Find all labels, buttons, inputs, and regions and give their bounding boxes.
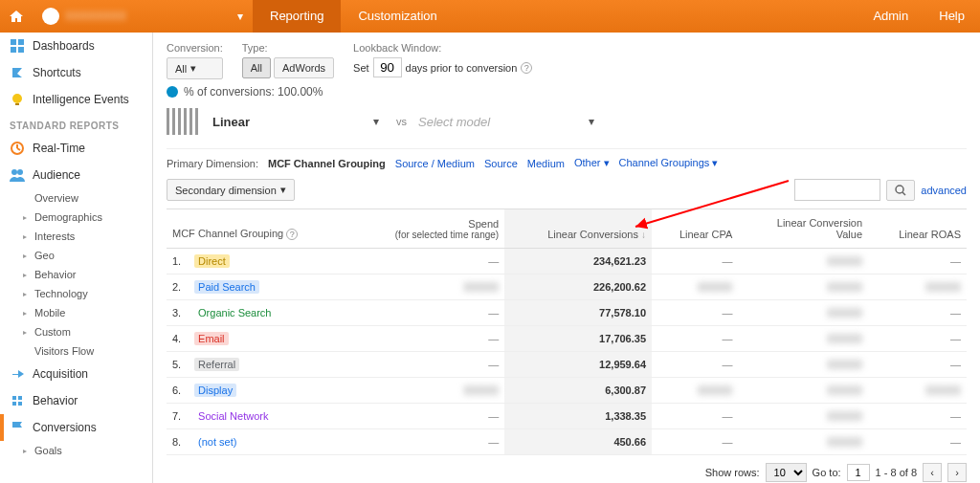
search-input[interactable] [794,179,880,201]
redacted-value: 000000 [698,281,733,293]
sidebar-sub-overview[interactable]: Overview [0,188,152,208]
cell-value: 12,959.64 [599,359,646,370]
sidebar-item-behavior[interactable]: Behavior [0,387,152,414]
sidebar-item-dashboards[interactable]: Dashboards [0,33,152,59]
rows-select[interactable]: 10 [766,463,807,482]
type-adwords-button[interactable]: AdWords [274,57,334,78]
help-icon[interactable]: ? [286,229,298,240]
channel-chip[interactable]: Paid Search [194,280,259,294]
home-button[interactable] [0,0,33,33]
chevron-right-icon: ▸ [23,309,31,318]
sidebar-item-realtime[interactable]: Real-Time [0,135,152,162]
empty-value: — [950,436,961,448]
col-roas[interactable]: Linear ROAS [868,209,967,249]
lookback-input[interactable] [373,57,402,77]
sidebar-label: Audience [33,168,80,182]
redacted-value: 000000 [827,436,862,448]
sidebar-sub-custom[interactable]: ▸Custom [0,322,152,341]
redacted-value: 000000 [827,384,862,396]
next-page-button[interactable]: › [947,463,967,482]
redacted-value: 000000 [827,255,862,267]
flag-icon [10,420,25,435]
sidebar-item-conversions[interactable]: Conversions [0,414,152,441]
redacted-value: 000000 [463,281,499,293]
sidebar-sub-label: Interests [34,231,75,242]
row-index: 2. [172,281,191,293]
empty-value: — [722,255,732,267]
chevron-right-icon: ▸ [23,328,31,337]
empty-value: — [488,333,499,344]
redacted-value: 000000 [827,307,862,318]
clock-icon [10,141,25,156]
search-button[interactable] [886,180,915,201]
dimension-link[interactable]: Medium [527,158,565,169]
col-cpa[interactable]: Linear CPA [652,209,738,249]
conversion-select[interactable]: All ▾ [167,57,223,79]
empty-value: — [722,307,732,318]
secondary-dimension-select[interactable]: Secondary dimension ▾ [167,179,295,201]
svg-rect-0 [11,39,16,45]
model-selected: Linear [212,115,356,129]
sidebar-sub-label: Technology [34,288,88,299]
admin-link[interactable]: Admin [858,0,924,33]
empty-value: — [722,359,732,370]
advanced-link[interactable]: advanced [921,185,967,196]
pct-indicator-icon [167,86,178,98]
channel-chip[interactable]: Organic Search [194,306,275,319]
dimension-channel-groupings[interactable]: Channel Groupings ▾ [619,157,719,169]
col-spend[interactable]: Spend(for selected time range) [350,209,504,249]
type-all-button[interactable]: All [242,57,271,78]
tab-customization[interactable]: Customization [341,0,454,33]
sidebar-sub-geo[interactable]: ▸Geo [0,246,152,265]
help-icon[interactable]: ? [521,62,532,74]
table-row: 2. Paid Search000000226,200.620000000000… [167,274,967,300]
sidebar-item-acquisition[interactable]: Acquisition [0,361,152,387]
tab-reporting[interactable]: Reporting [253,0,341,33]
top-bar: XXXXXXXX ▾ Reporting Customization Admin… [0,0,980,33]
col-conversions[interactable]: Linear Conversions ↓ [504,209,652,249]
svg-point-8 [17,169,23,175]
sidebar-item-intelligence[interactable]: Intelligence Events [0,86,152,113]
sidebar-sub-visitors-flow[interactable]: Visitors Flow [0,341,152,361]
sidebar-sub-demographics[interactable]: ▸Demographics [0,208,152,227]
model-compare-dropdown[interactable]: ▾ [583,111,600,132]
sidebar-sub-interests[interactable]: ▸Interests [0,227,152,246]
sidebar-item-audience[interactable]: Audience [0,162,152,188]
channel-chip[interactable]: Referral [194,358,239,371]
channel-chip[interactable]: Social Network [194,409,272,423]
channel-chip[interactable]: Email [194,332,229,345]
shortcut-icon [10,65,25,80]
svg-rect-1 [18,39,24,45]
channel-chip[interactable]: Display [194,384,236,397]
chevron-right-icon: ▸ [23,252,31,260]
sidebar-sub-mobile[interactable]: ▸Mobile [0,303,152,322]
col-value[interactable]: Linear ConversionValue [738,209,868,249]
dimension-link[interactable]: Other ▾ [574,157,610,169]
account-selector[interactable]: XXXXXXXX ▾ [33,0,253,33]
dashboard-icon [10,38,25,54]
channel-chip[interactable]: (not set) [194,435,240,449]
sidebar-sub-goals[interactable]: ▸Goals [0,441,152,460]
model-dropdown[interactable]: ▾ [368,111,385,132]
sidebar-sub-label: Mobile [34,307,65,318]
prev-page-button[interactable]: ‹ [923,463,942,482]
dimension-link[interactable]: Source / Medium [395,158,475,169]
row-index: 5. [172,359,191,370]
sidebar-label: Conversions [33,421,97,434]
goto-input[interactable] [847,464,870,481]
dimension-link[interactable]: Source [484,158,518,169]
channel-chip[interactable]: Direct [194,254,230,268]
table-row: 7. Social Network—1,338.35—000000— [167,404,967,429]
help-link[interactable]: Help [924,0,980,33]
sidebar-item-shortcuts[interactable]: Shortcuts [0,59,152,86]
table-row: 5. Referral—12,959.64—000000— [167,352,967,378]
svg-rect-5 [15,103,19,105]
sidebar-sub-behavior[interactable]: ▸Behavior [0,265,152,284]
empty-value: — [950,410,961,422]
col-channel[interactable]: MCF Channel Grouping ? [167,209,350,249]
redacted-value: 000000 [925,281,961,293]
pct-text: % of conversions: 100.00% [184,85,323,99]
sidebar-label: Intelligence Events [33,93,129,106]
empty-value: — [950,359,961,370]
sidebar-sub-technology[interactable]: ▸Technology [0,284,152,303]
